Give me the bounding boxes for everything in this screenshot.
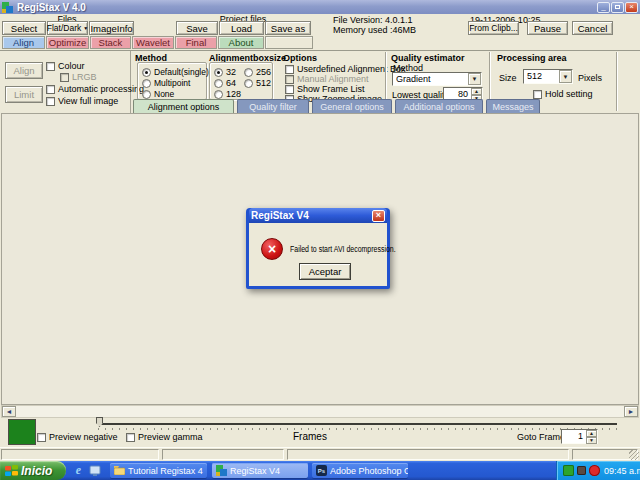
radio-circle — [214, 90, 223, 99]
taskbar-item-label: RegiStax V4 — [230, 466, 280, 476]
taskbar-item-photoshop[interactable]: Ps Adobe Photoshop CS3 — [312, 463, 408, 478]
resize-grip-icon[interactable] — [629, 450, 639, 460]
tab-quality-filter[interactable]: Quality filter — [237, 99, 309, 113]
quality-estimator-title: Quality estimator — [391, 53, 465, 63]
dropdown-arrow-icon[interactable]: ▼ — [468, 73, 481, 85]
spin-up-icon[interactable]: ▲ — [586, 430, 597, 437]
from-clipboard-button[interactable]: From Clipb... — [468, 21, 519, 35]
radio-default-single[interactable]: Default(single) — [142, 67, 209, 77]
tab-general-options[interactable]: General options — [312, 99, 392, 113]
tray-icon-gray[interactable] — [577, 466, 586, 475]
limit-button-label: Limit — [14, 89, 34, 100]
automatic-processing-checkbox[interactable]: Automatic processing — [46, 84, 144, 94]
radio-none[interactable]: None — [142, 89, 174, 99]
preview-color-swatch — [8, 419, 36, 445]
status-panel — [287, 449, 569, 460]
boxsize-groupbox: 32 64 128 256 512 — [209, 62, 273, 100]
frame-slider-track[interactable] — [98, 423, 617, 425]
limit-button[interactable]: Limit — [5, 86, 43, 103]
file-version-label: File Version: 4.0.1.1 — [333, 15, 413, 25]
taskbar-item-tutorial-registax[interactable]: Tutorial Registax 4 — [110, 463, 207, 478]
checkbox-label: Userdefined Alignment Box — [297, 64, 406, 74]
stage-tab-about[interactable]: About — [218, 36, 264, 49]
taskbar-item-registax[interactable]: RegiStax V4 — [212, 463, 308, 478]
scroll-right-icon: ► — [628, 408, 635, 415]
checkbox-label: Show Frame List — [297, 84, 365, 94]
goto-frame-spinner[interactable]: 1 ▲▼ — [561, 429, 598, 444]
stage-tab-stack[interactable]: Stack — [90, 36, 131, 49]
goto-frame-value: 1 — [562, 430, 586, 443]
tab-messages[interactable]: Messages — [486, 99, 540, 113]
manual-alignment-checkbox[interactable]: Manual Alignment — [285, 74, 369, 84]
tray-icon-red[interactable] — [589, 465, 600, 476]
preview-negative-checkbox[interactable]: Preview negative — [37, 432, 118, 442]
pixels-label: Pixels — [578, 73, 602, 83]
tab-alignment-options[interactable]: Alignment options — [133, 99, 234, 113]
restore-button[interactable] — [611, 2, 624, 13]
tray-icon-green[interactable] — [563, 465, 574, 476]
frame-slider-handle[interactable] — [96, 417, 103, 427]
internet-explorer-icon[interactable]: e — [72, 464, 85, 477]
dialog-ok-button[interactable]: Aceptar — [299, 263, 351, 280]
view-full-image-checkbox[interactable]: View full image — [46, 96, 118, 106]
stage-tab-final[interactable]: Final — [175, 36, 217, 49]
lrgb-checkbox[interactable]: LRGB — [60, 72, 97, 82]
save-button[interactable]: Save — [176, 21, 218, 35]
quality-method-dropdown[interactable]: Gradient ▼ — [392, 72, 482, 86]
dropdown-arrow-icon[interactable]: ▼ — [559, 70, 572, 83]
flat-dark-button[interactable]: Flat/Dark▼ — [47, 21, 88, 35]
start-button-label: Inicio — [21, 464, 52, 478]
userdefined-alignment-box-checkbox[interactable]: Userdefined Alignment Box — [285, 64, 406, 74]
radio-512[interactable]: 512 — [244, 78, 271, 88]
radio-128[interactable]: 128 — [214, 89, 241, 99]
processing-area-title: Processing area — [497, 53, 567, 63]
preview-gamma-checkbox[interactable]: Preview gamma — [126, 432, 203, 442]
system-tray: 09:45 a.m. — [556, 461, 640, 480]
quick-launch-icon[interactable] — [88, 464, 101, 477]
error-x-glyph: × — [268, 241, 276, 257]
start-button[interactable]: Inicio — [0, 461, 66, 480]
horizontal-scrollbar[interactable]: ◄ ► — [1, 405, 639, 418]
minimize-button[interactable]: _ — [597, 2, 610, 13]
spin-up-icon[interactable]: ▲ — [471, 88, 482, 95]
show-frame-list-checkbox[interactable]: Show Frame List — [285, 84, 365, 94]
tab-label: General options — [320, 102, 384, 112]
radio-circle — [142, 68, 151, 77]
cancel-button[interactable]: Cancel — [572, 21, 613, 35]
radio-32[interactable]: 32 — [214, 67, 236, 77]
scroll-left-button[interactable]: ◄ — [2, 406, 16, 417]
taskbar: Inicio e Tutorial Registax 4 RegiStax V4… — [0, 461, 640, 480]
spin-down-icon[interactable]: ▼ — [586, 437, 597, 444]
size-dropdown[interactable]: 512 ▼ — [523, 69, 573, 84]
dialog-close-button[interactable]: × — [372, 210, 385, 222]
radio-label: 256 — [256, 67, 271, 77]
dialog-body: × Failed to start AVI decompression. Ace… — [249, 223, 387, 286]
radio-256[interactable]: 256 — [244, 67, 271, 77]
image-info-button[interactable]: ImageInfo — [89, 21, 134, 35]
tab-additional-options[interactable]: Additional options — [395, 99, 483, 113]
hold-setting-checkbox[interactable]: Hold setting — [533, 89, 593, 99]
preview-negative-label: Preview negative — [49, 432, 118, 442]
align-button[interactable]: Align — [5, 62, 43, 79]
panel-right-border — [616, 52, 617, 111]
quality-method-value: Gradient — [393, 73, 468, 85]
save-as-button[interactable]: Save as — [265, 21, 311, 35]
stage-tab-wavelet[interactable]: Wavelet — [132, 36, 174, 49]
radio-64[interactable]: 64 — [214, 78, 236, 88]
app-icon — [2, 2, 13, 13]
colour-checkbox[interactable]: Colour — [46, 61, 85, 71]
stage-tab-align[interactable]: Align — [2, 36, 45, 49]
scroll-right-button[interactable]: ► — [624, 406, 638, 417]
stage-tab-blank — [265, 36, 313, 49]
goto-frame-label: Goto Frame — [517, 432, 565, 442]
status-panel — [162, 449, 284, 460]
radio-multipoint[interactable]: Multipoint — [142, 78, 190, 88]
checkbox-box — [37, 433, 46, 442]
close-button[interactable]: × — [625, 2, 638, 13]
load-button[interactable]: Load — [219, 21, 264, 35]
dialog-ok-label: Aceptar — [309, 266, 342, 277]
select-button[interactable]: Select — [2, 21, 46, 35]
stage-tab-optimize[interactable]: Optimize — [46, 36, 89, 49]
pause-button[interactable]: Pause — [527, 21, 568, 35]
view-full-image-label: View full image — [58, 96, 118, 106]
